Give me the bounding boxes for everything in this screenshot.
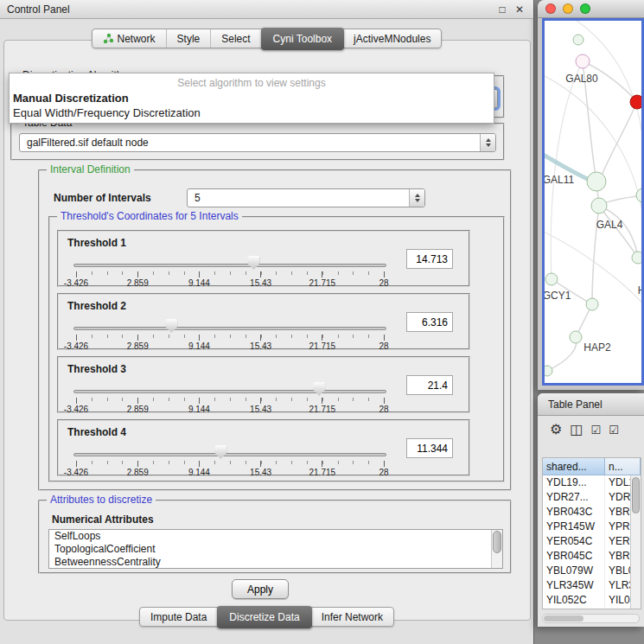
threshold-value-input[interactable] bbox=[406, 375, 453, 395]
attribute-list-item[interactable]: BetweennessCentrality bbox=[49, 556, 502, 569]
columns-icon[interactable]: ◫ bbox=[570, 423, 583, 437]
control-panel-titlebar[interactable]: Control Panel □ ✕ bbox=[0, 0, 533, 19]
network-edge[interactable] bbox=[599, 102, 637, 182]
network-node[interactable] bbox=[636, 188, 641, 202]
slider-track[interactable] bbox=[73, 390, 386, 393]
network-canvas[interactable]: GAL80GAL11GAL4GCY1HHAP2 bbox=[542, 18, 644, 386]
threshold-slider[interactable]: -3.4262.8599.14415.4321.71528 bbox=[66, 252, 394, 287]
tab-impute-data[interactable]: Impute Data bbox=[140, 608, 218, 626]
table-column-header[interactable]: n... bbox=[605, 458, 641, 475]
table-cell: YLR345W bbox=[543, 578, 605, 593]
threshold-slider[interactable]: -3.4262.8599.14415.4321.71528 bbox=[66, 379, 394, 413]
slider-major-tick bbox=[199, 398, 200, 404]
scrollbar-thumb[interactable] bbox=[632, 477, 640, 513]
network-node[interactable] bbox=[630, 95, 641, 109]
slider-tick-label: 9.144 bbox=[188, 468, 210, 477]
network-edge[interactable] bbox=[599, 206, 638, 258]
threshold-slider[interactable]: -3.4262.8599.14415.4321.71528 bbox=[66, 442, 394, 476]
slider-thumb[interactable] bbox=[165, 319, 177, 333]
tab-network[interactable]: Network bbox=[92, 29, 167, 48]
table-row[interactable]: YER054CYER0... bbox=[543, 534, 641, 549]
network-window-titlebar[interactable] bbox=[538, 0, 644, 18]
dropdown-option-manual-discretization[interactable]: Manual Discretization bbox=[10, 91, 494, 105]
slider-minor-ticks bbox=[76, 398, 384, 401]
slider-track[interactable] bbox=[73, 327, 386, 330]
table-horizontal-scrollbar[interactable] bbox=[542, 614, 640, 623]
slider-thumb[interactable] bbox=[214, 445, 226, 459]
network-node[interactable] bbox=[587, 172, 606, 191]
network-node[interactable] bbox=[545, 366, 552, 376]
close-traffic-light[interactable] bbox=[545, 3, 556, 14]
network-node[interactable] bbox=[586, 298, 598, 310]
slider-track[interactable] bbox=[73, 264, 386, 267]
slider-tick-label: 2.859 bbox=[127, 341, 149, 351]
numerical-attributes-list[interactable]: SelfLoopsTopologicalCoefficientBetweenne… bbox=[48, 529, 503, 569]
slider-major-tick bbox=[76, 271, 77, 277]
slider-thumb[interactable] bbox=[247, 256, 259, 270]
close-window-icon[interactable]: ✕ bbox=[513, 3, 526, 16]
gear-icon[interactable]: ⚙ bbox=[550, 423, 562, 437]
threshold-slider[interactable]: -3.4262.8599.14415.4321.71528 bbox=[66, 316, 394, 350]
slider-track[interactable] bbox=[73, 453, 386, 456]
checkbox-icon[interactable]: ☑ bbox=[609, 424, 619, 436]
table-row[interactable]: YPR145WYPR1... bbox=[543, 520, 641, 534]
combobox-arrows-icon[interactable] bbox=[409, 189, 424, 207]
network-node-label: GCY1 bbox=[545, 290, 571, 302]
threshold-value-input[interactable] bbox=[406, 312, 453, 332]
network-node[interactable] bbox=[576, 54, 590, 68]
dropdown-option-equal-width-frequency[interactable]: Equal Width/Frequency Discretization bbox=[10, 105, 494, 120]
tab-discretize-data[interactable]: Discretize Data bbox=[217, 606, 311, 628]
combobox-arrows-icon[interactable] bbox=[480, 134, 495, 151]
slider-tick-label: 9.144 bbox=[188, 341, 210, 351]
scrollbar-thumb[interactable] bbox=[493, 531, 501, 553]
table-data-combobox[interactable]: galFiltered.sif default node bbox=[19, 133, 496, 152]
table-panel-titlebar[interactable]: Table Panel bbox=[538, 393, 644, 416]
network-node[interactable] bbox=[591, 198, 607, 214]
tab-jactivemnodules[interactable]: jActiveMNodules bbox=[343, 29, 441, 48]
tab-label: Cyni Toolbox bbox=[273, 33, 332, 45]
checkbox-icon[interactable]: ☑ bbox=[590, 424, 601, 436]
slider-major-tick bbox=[260, 461, 261, 467]
scrollbar-thumb[interactable] bbox=[544, 615, 583, 622]
table-row[interactable]: YDR27...YDR2... bbox=[543, 490, 641, 505]
list-vertical-scrollbar[interactable] bbox=[491, 530, 502, 568]
threshold-value-input[interactable] bbox=[406, 249, 453, 269]
threshold-value-input[interactable] bbox=[406, 438, 453, 458]
table-row[interactable]: YBR043CYBR0... bbox=[543, 505, 641, 520]
slider-tick-label: 2.859 bbox=[127, 278, 149, 288]
table-row[interactable]: YBL079WYBL0... bbox=[543, 564, 641, 578]
table-vertical-scrollbar[interactable] bbox=[630, 475, 641, 609]
tab-select[interactable]: Select bbox=[211, 29, 261, 48]
tab-cyni-toolbox[interactable]: Cyni Toolbox bbox=[261, 28, 344, 50]
network-node[interactable] bbox=[632, 252, 641, 264]
network-node[interactable] bbox=[570, 331, 582, 343]
tab-infer-network[interactable]: Infer Network bbox=[311, 608, 393, 626]
threshold-label: Threshold 4 bbox=[67, 426, 126, 438]
tab-group: Network Style Select Cyni Toolbox jActiv… bbox=[92, 29, 443, 48]
network-edge[interactable] bbox=[571, 21, 641, 195]
zoom-traffic-light[interactable] bbox=[580, 3, 590, 14]
table-row[interactable]: YLR345WYLR3... bbox=[543, 578, 641, 593]
attribute-list-item[interactable]: SelfLoops bbox=[49, 530, 502, 543]
combobox-value: galFiltered.sif default node bbox=[20, 137, 480, 149]
network-node-label: GAL80 bbox=[565, 73, 598, 85]
tab-style[interactable]: Style bbox=[167, 29, 212, 48]
number-of-intervals-combobox[interactable]: 5 bbox=[187, 188, 425, 207]
attribute-list-item[interactable]: TopologicalCoefficient bbox=[49, 543, 502, 556]
table-row[interactable]: YDL19...YDL1... bbox=[543, 475, 641, 490]
number-of-intervals-label: Number of Intervals bbox=[54, 192, 151, 204]
slider-thumb[interactable] bbox=[313, 382, 325, 396]
table-row[interactable]: YIL052CYIL0... bbox=[543, 593, 641, 608]
float-window-icon[interactable]: □ bbox=[495, 3, 509, 16]
network-node[interactable] bbox=[545, 273, 558, 285]
apply-button[interactable]: Apply bbox=[232, 579, 289, 599]
slider-tick-label: 28 bbox=[379, 341, 388, 351]
network-node[interactable] bbox=[573, 35, 583, 45]
thresholds-group: Threshold's Coordinates for 5 Intervals … bbox=[48, 216, 505, 482]
slider-tick-label: -3.426 bbox=[64, 405, 88, 414]
minimize-traffic-light[interactable] bbox=[563, 3, 573, 14]
table-column-header[interactable]: shared... bbox=[543, 458, 605, 475]
table-header-row: shared...n... bbox=[543, 458, 641, 475]
table-row[interactable]: YBR045CYBR0... bbox=[543, 549, 641, 564]
tab-label: Impute Data bbox=[150, 611, 207, 623]
